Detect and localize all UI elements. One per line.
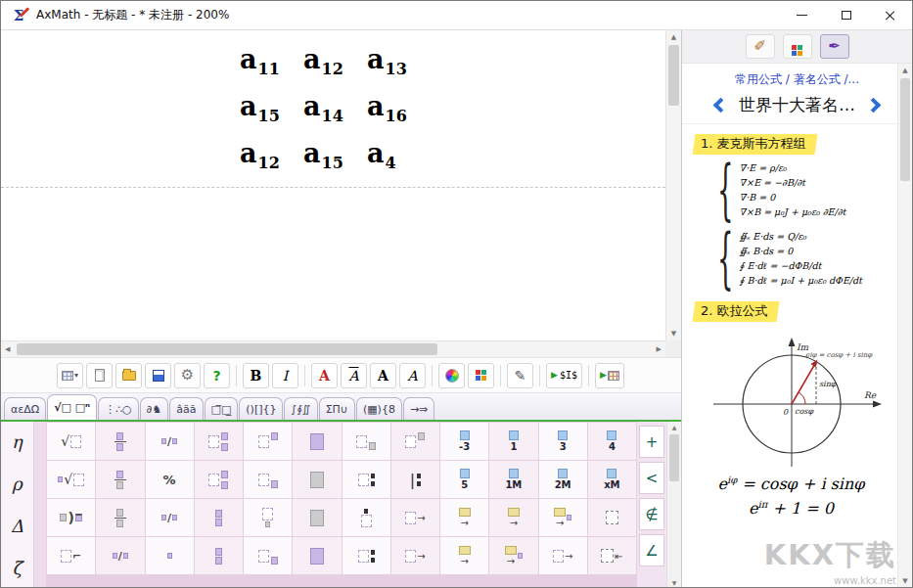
maxwell-group-2[interactable]: {∯ₛ E·ds = Q/ε₀∯ₛ B·ds = 0∮ E·dℓ = −dΦB/… <box>717 231 889 286</box>
italic-button[interactable]: I <box>272 363 298 388</box>
template-supsub[interactable] <box>195 461 243 498</box>
symbol-tab-5[interactable]: âäã <box>169 397 203 420</box>
template-supsub[interactable] <box>195 423 243 460</box>
editor-vscrollbar[interactable]: ▲ ▼ <box>665 30 681 340</box>
template-smbox[interactable] <box>146 537 194 574</box>
template-stack[interactable] <box>195 537 243 574</box>
close-button[interactable] <box>868 1 912 29</box>
template-fracv2[interactable] <box>96 461 144 498</box>
template-subp[interactable] <box>244 537 292 574</box>
latex-button[interactable]: ▶$I$ <box>546 363 582 388</box>
template-limr[interactable]: → <box>391 499 439 536</box>
strip-symbol-η[interactable]: η <box>12 431 23 452</box>
symbol-tab-6[interactable]: □̅□̲ <box>205 397 239 420</box>
template-stack[interactable] <box>195 499 243 536</box>
symbol-tab-4[interactable]: ∂♞ <box>140 397 169 420</box>
export-button[interactable]: ▶ <box>595 363 624 388</box>
template-longdiv[interactable]: ) <box>47 499 95 536</box>
matrix-entry[interactable]: a12 <box>303 44 367 91</box>
template-pct[interactable]: % <box>146 461 194 498</box>
upright-style-button[interactable]: A <box>370 363 396 388</box>
template-sup[interactable] <box>244 423 292 460</box>
template-supsubk[interactable] <box>342 537 390 574</box>
template-fracd[interactable]: ∕ <box>146 423 194 460</box>
template-sub[interactable] <box>342 423 390 460</box>
matrix-entry[interactable]: a15 <box>240 91 303 138</box>
panel-scroll-thumb[interactable] <box>900 78 910 181</box>
symbol-scrollbar[interactable]: ▲ ▼ <box>666 422 681 588</box>
template-num-2M[interactable]: 2M <box>539 461 587 498</box>
bold-button[interactable]: B <box>243 363 269 388</box>
category-title[interactable]: 世界十大著名… <box>739 94 855 116</box>
symbols-tab[interactable] <box>783 34 812 59</box>
maxwell-group-1[interactable]: {∇·E = ρ/ε₀∇×E = −∂B/∂t∇·B = 0∇×B = μ₀J … <box>717 162 889 217</box>
editor-hscrollbar[interactable]: ◀ ▶ <box>1 340 665 357</box>
template-limr[interactable]: → <box>539 537 587 574</box>
template-limyb[interactable]: → <box>489 537 537 574</box>
euler-formula-1[interactable]: eiφ = cosφ + i sinφ <box>694 475 889 493</box>
maximize-button[interactable] <box>824 1 868 29</box>
symbol-tab-7[interactable]: ()[]{} <box>239 397 283 420</box>
template-num-3[interactable]: 3 <box>539 423 587 460</box>
script-style-button[interactable]: A <box>341 363 367 388</box>
template-fracv[interactable] <box>96 423 144 460</box>
template-limy[interactable]: → <box>440 499 488 536</box>
panel-scrollbar[interactable]: ▲ ▼ <box>897 64 912 588</box>
symbol-tab-2[interactable]: √□ □ⁿ <box>47 394 97 420</box>
document-canvas[interactable]: a11a12a13a15a14a16a12a15a4 ▲ ▼ ◀ ▶ <box>1 30 681 357</box>
strip-symbol-ρ[interactable]: ρ <box>12 474 23 494</box>
symbol-tab-9[interactable]: ΣΠ∪ <box>319 397 355 420</box>
matrix-entry[interactable]: a13 <box>367 44 431 91</box>
matrix-entry[interactable]: a4 <box>367 138 431 185</box>
template-limy[interactable]: → <box>489 499 537 536</box>
template-supsubk[interactable] <box>342 461 390 498</box>
template-underg[interactable] <box>244 499 292 536</box>
euler-unit-circle-diagram[interactable]: Im Re 0 cosφ sinφ eiφ = cosφ + i sinφ <box>696 330 888 469</box>
template-num--3[interactable]: -3 <box>440 423 488 460</box>
template-angle[interactable]: ⌐ <box>47 537 95 574</box>
operator-button[interactable]: < <box>639 462 664 494</box>
handwriting-button[interactable]: ✎ <box>507 363 533 388</box>
template-sqrt[interactable]: √ <box>47 423 95 460</box>
strip-symbol-ζ[interactable]: ζ <box>13 558 23 578</box>
template-limyb[interactable]: → <box>539 499 587 536</box>
matrix-entry[interactable]: a14 <box>303 91 367 138</box>
breadcrumb[interactable]: 常用公式 / 著名公式 /... <box>682 64 912 91</box>
operator-button[interactable]: ∉ <box>639 498 664 530</box>
operator-button[interactable]: + <box>639 426 664 458</box>
template-num-1[interactable]: 1 <box>489 423 537 460</box>
euler-formula-2[interactable]: eiπ + 1 = 0 <box>694 499 889 518</box>
symbol-tab-8[interactable]: ∫∮∬ <box>284 397 317 420</box>
template-num-4[interactable]: 4 <box>588 423 636 460</box>
template-fracd[interactable]: ∕ <box>96 537 144 574</box>
template-supg[interactable] <box>391 423 439 460</box>
template-mid[interactable] <box>293 537 341 574</box>
matrix-entry[interactable]: a12 <box>240 138 303 185</box>
template-num-1M[interactable]: 1M <box>489 461 537 498</box>
color-wheel-button[interactable] <box>438 363 465 388</box>
prev-category-button[interactable] <box>712 97 729 113</box>
matrix-entry[interactable]: a15 <box>303 138 367 185</box>
template-num-5[interactable]: 5 <box>440 461 488 498</box>
symbol-tab-3[interactable]: ⋮∴○ <box>98 397 139 420</box>
symbol-tab-1[interactable]: αεΔΩ <box>4 397 46 420</box>
template-fracd[interactable]: ∕ <box>146 499 194 536</box>
new-doc-button[interactable] <box>86 363 113 388</box>
hscroll-thumb[interactable] <box>17 343 437 355</box>
matrix-entry[interactable]: a16 <box>367 91 431 138</box>
symbol-tab-11[interactable]: →⇒ <box>403 397 434 420</box>
vscroll-thumb[interactable] <box>668 45 679 106</box>
save-button[interactable] <box>145 363 171 388</box>
symbol-tab-10[interactable]: (▦){8 <box>356 397 402 420</box>
template-mid[interactable] <box>293 423 341 460</box>
template-cornarr[interactable]: ⇤ <box>588 537 636 574</box>
template-fracg[interactable] <box>96 499 144 536</box>
strip-symbol-Δ[interactable]: Δ <box>11 516 23 536</box>
template-limr[interactable]: → <box>391 537 439 574</box>
insert-matrix-dropdown[interactable]: ▾ <box>57 363 83 388</box>
font-color-button[interactable]: A <box>311 363 338 388</box>
settings-button[interactable]: ⚙ <box>174 363 201 388</box>
template-num-xM[interactable]: xM <box>588 461 636 498</box>
minimize-button[interactable] <box>780 1 824 29</box>
next-category-button[interactable] <box>865 97 882 113</box>
